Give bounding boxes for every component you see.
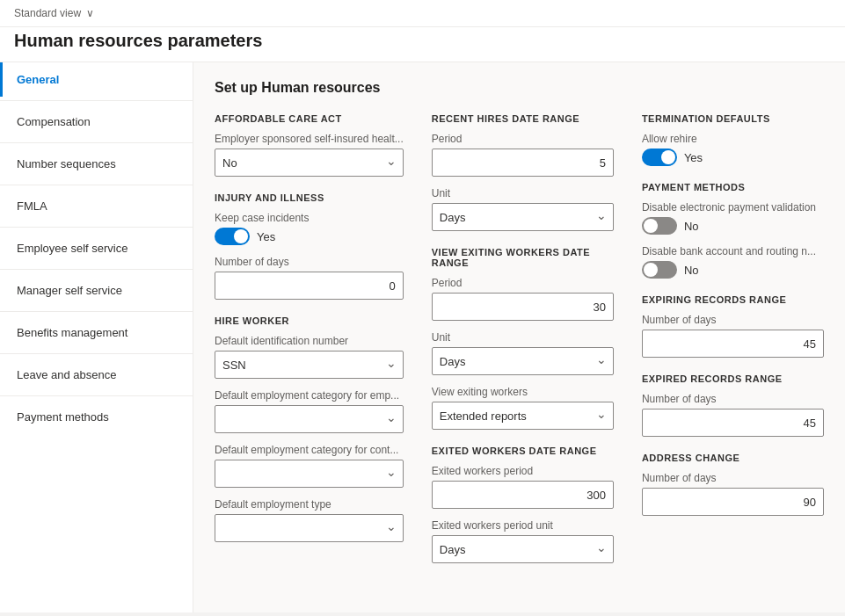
sidebar-item-number-sequences[interactable]: Number sequences	[0, 147, 193, 181]
view-exiting-workers-select[interactable]: Extended reports Direct reports	[432, 402, 614, 430]
address-change-header: ADDRESS CHANGE	[642, 453, 824, 463]
emp-cat-emp-select[interactable]	[215, 405, 404, 433]
expired-num-days-input[interactable]	[642, 409, 824, 437]
termination-defaults-header: TERMINATION DEFAULTS	[642, 113, 824, 124]
sidebar-item-manager-self-service[interactable]: Manager self service	[0, 273, 193, 308]
expired-num-days-label: Number of days	[642, 393, 824, 405]
injury-num-days-label: Number of days	[215, 256, 404, 268]
keep-case-toggle[interactable]	[215, 228, 250, 245]
employer-select[interactable]: No Yes	[215, 149, 404, 177]
exited-period-label: Exited workers period	[432, 465, 614, 477]
disable-electronic-toggle[interactable]	[642, 217, 677, 235]
disable-bank-value: No	[684, 264, 699, 277]
sidebar-label-general: General	[17, 73, 59, 86]
exited-period-input[interactable]	[432, 481, 614, 509]
disable-electronic-value: No	[684, 220, 699, 233]
keep-case-label: Keep case incidents	[215, 212, 404, 224]
top-bar: Standard view ∨	[0, 0, 845, 27]
sidebar-label-number-sequences: Number sequences	[17, 157, 116, 170]
injury-illness-header: INJURY AND ILLNESS	[215, 192, 404, 203]
sidebar-label-compensation: Compensation	[17, 115, 91, 128]
recent-period-input[interactable]	[432, 149, 614, 177]
standard-view-label[interactable]: Standard view	[14, 7, 81, 19]
recent-unit-label: Unit	[432, 187, 614, 199]
view-exiting-workers-label: View exiting workers	[432, 386, 614, 398]
sidebar-item-compensation[interactable]: Compensation	[0, 105, 193, 139]
disable-bank-label: Disable bank account and routing n...	[642, 245, 824, 257]
expiring-num-days-label: Number of days	[642, 314, 824, 326]
exited-workers-header: EXITED WORKERS DATE RANGE	[432, 446, 614, 456]
page-title: Human resources parameters	[0, 27, 845, 62]
emp-cat-emp-label: Default employment category for emp...	[215, 389, 404, 402]
emp-type-label: Default employment type	[215, 498, 404, 511]
emp-cat-cont-select[interactable]	[215, 460, 404, 488]
aca-header: AFFORDABLE CARE ACT	[215, 113, 404, 124]
employer-label: Employer sponsored self-insured healt...	[215, 133, 404, 145]
view-exiting-header: VIEW EXITING WORKERS DATE RANGE	[432, 247, 614, 268]
sidebar: General Compensation Number sequences FM…	[0, 62, 193, 612]
default-id-select[interactable]: SSN	[215, 351, 404, 379]
expiring-records-header: EXPIRING RECORDS RANGE	[642, 294, 824, 305]
expired-records-header: EXPIRED RECORDS RANGE	[642, 373, 824, 384]
recent-unit-select[interactable]: Days Weeks Months	[432, 203, 614, 231]
chevron-down-icon: ∨	[86, 7, 94, 19]
address-num-days-label: Number of days	[642, 472, 824, 484]
allow-rehire-label: Allow rehire	[642, 133, 824, 145]
sidebar-label-benefits-management: Benefits management	[17, 326, 127, 339]
allow-rehire-value: Yes	[684, 151, 703, 164]
sidebar-item-payment-methods[interactable]: Payment methods	[0, 400, 193, 434]
sidebar-label-manager-self-service: Manager self service	[17, 284, 122, 297]
sidebar-item-fmla[interactable]: FMLA	[0, 189, 193, 223]
recent-hires-header: RECENT HIRES DATE RANGE	[432, 113, 614, 124]
sidebar-item-employee-self-service[interactable]: Employee self service	[0, 231, 193, 265]
sidebar-label-payment-methods: Payment methods	[17, 410, 109, 424]
exited-unit-label: Exited workers period unit	[432, 519, 614, 532]
view-unit-label: Unit	[432, 331, 614, 344]
hire-worker-header: HIRE WORKER	[215, 315, 404, 326]
disable-bank-toggle[interactable]	[642, 261, 677, 279]
section-title: Set up Human resources	[215, 80, 824, 96]
view-period-input[interactable]	[432, 293, 614, 321]
exited-unit-select[interactable]: Days Weeks Months	[432, 535, 614, 563]
emp-type-select[interactable]	[215, 514, 404, 542]
disable-electronic-label: Disable electronic payment validation	[642, 201, 824, 214]
sidebar-item-leave-and-absence[interactable]: Leave and absence	[0, 358, 193, 392]
main-content: Set up Human resources AFFORDABLE CARE A…	[193, 62, 845, 612]
sidebar-item-benefits-management[interactable]: Benefits management	[0, 315, 193, 350]
address-num-days-input[interactable]	[642, 488, 824, 516]
payment-methods-header: PAYMENT METHODS	[642, 182, 824, 192]
sidebar-label-employee-self-service: Employee self service	[17, 242, 127, 255]
keep-case-value: Yes	[257, 230, 275, 243]
injury-num-days-input[interactable]	[215, 272, 404, 300]
allow-rehire-toggle[interactable]	[642, 149, 677, 166]
emp-cat-cont-label: Default employment category for cont...	[215, 444, 404, 456]
sidebar-item-general[interactable]: General	[0, 62, 193, 97]
default-id-label: Default identification number	[215, 335, 404, 347]
view-unit-select[interactable]: Days Weeks Months	[432, 347, 614, 375]
recent-period-label: Period	[432, 133, 614, 145]
view-period-label: Period	[432, 277, 614, 289]
expiring-num-days-input[interactable]	[642, 330, 824, 358]
sidebar-label-fmla: FMLA	[17, 199, 47, 213]
sidebar-label-leave-and-absence: Leave and absence	[17, 368, 116, 381]
